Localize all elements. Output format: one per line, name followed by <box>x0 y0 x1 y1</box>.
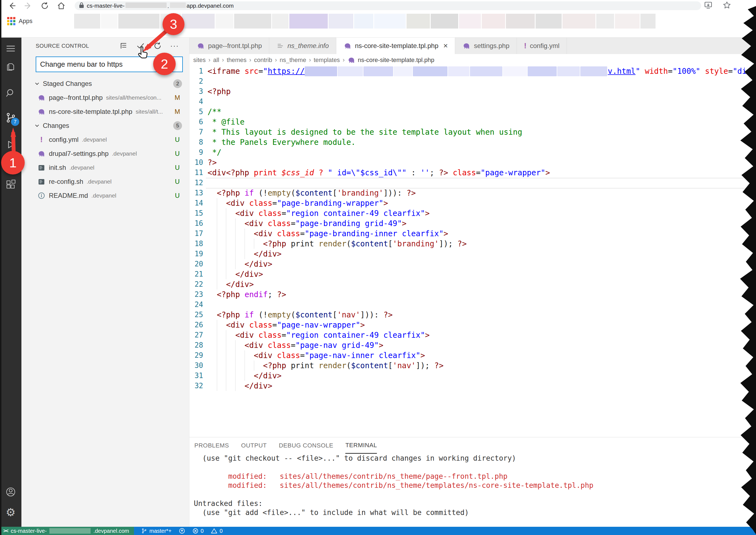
scm-file-row[interactable]: README.md.devpanelU <box>21 188 189 203</box>
editor-tab-ns_theme.info[interactable]: ns_theme.info <box>269 38 336 54</box>
code-line-5: 5/** <box>189 107 756 117</box>
bookmark-favicon-redacted[interactable] <box>536 14 562 29</box>
bookmark-favicon-redacted[interactable] <box>182 14 215 29</box>
apps-grid-icon[interactable] <box>7 17 15 25</box>
code-line-20: 20 </div> <box>189 259 756 269</box>
breadcrumb-item[interactable]: themes <box>227 57 247 64</box>
line-number: 28 <box>189 340 203 351</box>
extensions-icon[interactable] <box>0 178 21 191</box>
errors-indicator[interactable]: 0 <box>192 527 204 535</box>
warnings-indicator[interactable]: 0 <box>211 527 223 535</box>
screenshot-root: cs-master-live- . app.devpanel.com Apps <box>0 0 756 535</box>
bookmark-star-icon[interactable] <box>722 1 731 11</box>
bookmark-favicon-redacted[interactable] <box>101 14 118 29</box>
scm-file-row[interactable]: page--front.tpl.phpsites/all/themes/con.… <box>21 91 189 104</box>
bookmark-favicon-redacted[interactable] <box>596 14 614 29</box>
scm-file-row[interactable]: ns-core-site-template.tpl.phpsites/all/t… <box>21 104 189 119</box>
line-number: 20 <box>189 259 203 269</box>
panel-tab-debug-console[interactable]: DEBUG CONSOLE <box>279 437 333 454</box>
bookmark-favicon-redacted[interactable] <box>272 14 288 29</box>
panel-tab-problems[interactable]: PROBLEMS <box>194 437 229 454</box>
apps-label[interactable]: Apps <box>19 17 32 25</box>
annotation-circle-3: 3 <box>162 13 185 35</box>
url-prefix: cs-master-live- <box>87 2 125 9</box>
editor-tab-page--front.tpl.php[interactable]: page--front.tpl.php <box>189 38 269 54</box>
section-count-badge: 5 <box>173 121 182 130</box>
yaml-file-icon: ! <box>524 42 527 50</box>
forward-icon[interactable] <box>24 1 33 11</box>
breadcrumb-item[interactable]: sites <box>193 57 206 64</box>
bottom-panel: PROBLEMSOUTPUTDEBUG CONSOLETERMINAL (use… <box>189 437 756 527</box>
close-tab-icon[interactable]: × <box>443 42 448 50</box>
panel-tab-terminal[interactable]: TERMINAL <box>345 437 377 454</box>
scm-file-row[interactable]: !config.yml.devpanelU <box>21 132 189 147</box>
terminal-line: modified: sites/all/themes/contrib/ns_th… <box>194 472 756 481</box>
bookmark-favicon-redacted[interactable] <box>563 14 596 29</box>
install-app-icon[interactable] <box>704 1 712 11</box>
bookmark-favicon-redacted[interactable] <box>615 14 640 29</box>
bookmark-favicon-redacted[interactable] <box>506 14 535 29</box>
explorer-icon[interactable] <box>0 61 21 74</box>
breadcrumb-file[interactable]: ns-core-site-template.tpl.php <box>347 56 434 64</box>
bookmark-favicon-redacted[interactable] <box>74 14 100 29</box>
code-line-19: 19 </div> <box>189 249 756 259</box>
account-icon[interactable] <box>0 485 21 498</box>
bookmark-favicon-redacted[interactable] <box>234 14 271 29</box>
line-number: 32 <box>189 381 203 391</box>
bookmark-favicon-redacted[interactable] <box>407 14 430 29</box>
search-icon[interactable] <box>0 86 21 99</box>
code-editor[interactable]: 1<iframe src="https://v.html" width="100… <box>189 66 756 437</box>
editor-tab-config.yml[interactable]: !config.yml <box>517 38 567 54</box>
php-file-icon <box>347 56 356 64</box>
line-number: 15 <box>189 208 203 218</box>
terminal-line: (use "git add <file>..." to include in w… <box>194 508 756 517</box>
breadcrumb[interactable]: sites›all›themes›contrib›ns_theme›templa… <box>189 54 756 66</box>
bookmark-favicon-redacted[interactable] <box>216 14 233 29</box>
php-file-icon <box>462 42 471 50</box>
scm-file-row[interactable]: drupal7-settings.php.devpanelU <box>21 147 189 160</box>
breadcrumb-item[interactable]: ns_theme <box>280 57 306 64</box>
chevron-down-icon <box>34 81 40 87</box>
bookmark-favicon-redacted[interactable] <box>289 14 328 29</box>
panel-tab-output[interactable]: OUTPUT <box>241 437 267 454</box>
address-bar[interactable]: cs-master-live- . app.devpanel.com <box>75 1 701 10</box>
back-icon[interactable] <box>7 1 16 11</box>
line-number: 24 <box>189 299 203 310</box>
bookmark-favicon-redacted[interactable] <box>329 14 353 29</box>
readme-info-icon <box>38 192 45 199</box>
settings-gear-icon[interactable]: ⚙ <box>0 506 21 519</box>
breadcrumb-item[interactable]: templates <box>314 57 340 64</box>
terminal-output[interactable]: (use "git checkout -- <file>..." to disc… <box>189 454 756 535</box>
view-as-tree-icon[interactable] <box>119 41 128 50</box>
scm-section-header[interactable]: Changes5 <box>21 119 189 132</box>
terminal-line <box>194 517 756 526</box>
terminal-line: Untracked files: <box>194 499 756 508</box>
scm-file-row[interactable]: re-config.sh.devpanelU <box>21 175 189 188</box>
bookmark-favicon-redacted[interactable] <box>374 14 406 29</box>
bookmark-favicon-redacted[interactable] <box>640 14 655 29</box>
editor-tab-settings.php[interactable]: settings.php <box>455 38 517 54</box>
bookmark-favicon-redacted[interactable] <box>482 14 505 29</box>
remote-indicator[interactable]: >< cs-master-live- .devpanel.com <box>0 527 134 535</box>
scm-sidebar: SOURCE CONTROL ··· Staged Changes2page--… <box>21 38 189 527</box>
scm-file-row[interactable]: init.sh.devpanelU <box>21 160 189 175</box>
bookmark-favicon-redacted[interactable] <box>431 14 458 29</box>
breadcrumb-item[interactable]: all <box>213 57 219 64</box>
terminal-line: modified: sites/all/themes/contrib/ns_th… <box>194 481 756 490</box>
branch-indicator[interactable]: master*+ <box>141 527 172 535</box>
line-number: 25 <box>189 310 203 320</box>
code-line-9: 9 */ <box>189 147 756 157</box>
remote-host-prefix: cs-master-live- <box>11 528 47 534</box>
home-icon[interactable] <box>57 1 66 11</box>
menu-hamburger-icon[interactable] <box>0 42 21 55</box>
annotation-circle-2: 2 <box>153 53 176 75</box>
scm-section-header[interactable]: Staged Changes2 <box>21 76 189 91</box>
line-number: 4 <box>189 97 203 107</box>
reload-icon[interactable] <box>40 1 49 11</box>
sync-indicator[interactable] <box>179 527 185 535</box>
editor-tab-ns-core-site-template.tpl.php[interactable]: ns-core-site-template.tpl.php× <box>336 38 455 54</box>
bookmark-favicon-redacted[interactable] <box>459 14 481 29</box>
breadcrumb-item[interactable]: contrib <box>254 57 272 64</box>
bookmark-favicon-redacted[interactable] <box>354 14 373 29</box>
line-number: 7 <box>189 127 203 137</box>
